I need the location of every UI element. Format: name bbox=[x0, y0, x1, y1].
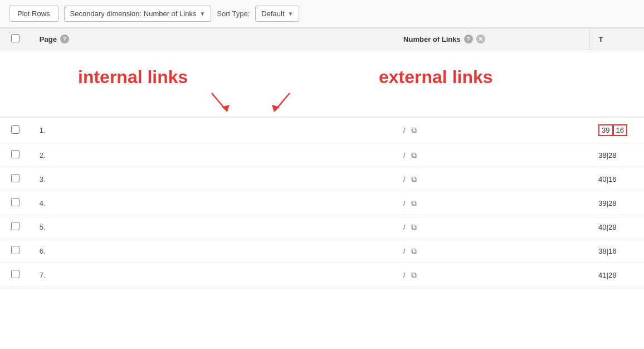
row-2-checkbox[interactable] bbox=[11, 150, 19, 158]
sort-type-value: Default bbox=[261, 9, 284, 18]
row-7-links-value: 41|28 bbox=[598, 271, 616, 279]
row-7-page: / ⧉ bbox=[394, 263, 589, 287]
row-checkbox-cell bbox=[0, 263, 31, 287]
header-page: Page ? bbox=[31, 28, 394, 50]
annotation-overlay: internal links external links bbox=[0, 50, 644, 117]
secondary-dimension-arrow: ▼ bbox=[199, 11, 205, 17]
sort-type-label: Sort Type: bbox=[217, 9, 250, 18]
row-6-links-value: 38|16 bbox=[598, 247, 616, 255]
page-help-icon[interactable]: ? bbox=[60, 35, 69, 43]
row-5-links-value: 40|28 bbox=[598, 223, 616, 231]
table-row: 6. / ⧉ 38|16 bbox=[0, 239, 644, 263]
row-3-num: 3. bbox=[31, 167, 394, 191]
row-5-links: 40|28 bbox=[589, 215, 644, 239]
select-all-checkbox[interactable] bbox=[11, 34, 19, 42]
row-1-checkbox[interactable] bbox=[11, 125, 19, 134]
row-5-page: / ⧉ bbox=[394, 215, 589, 239]
row-2-copy-icon[interactable]: ⧉ bbox=[411, 151, 417, 160]
row-7-page-link[interactable]: / bbox=[403, 271, 406, 279]
row-5-checkbox[interactable] bbox=[11, 222, 19, 230]
row-7-num: 7. bbox=[31, 263, 394, 287]
row-3-links-value: 40|16 bbox=[598, 175, 616, 183]
links-column-label: Number of Links bbox=[403, 35, 461, 43]
header-links: Number of Links ? ✕ bbox=[394, 28, 589, 50]
row-checkbox-cell bbox=[0, 118, 31, 143]
row-5-copy-icon[interactable]: ⧉ bbox=[411, 222, 417, 232]
row-2-num: 2. bbox=[31, 143, 394, 167]
links-close-icon[interactable]: ✕ bbox=[476, 35, 485, 43]
row-checkbox-cell bbox=[0, 191, 31, 215]
row-2-page-link[interactable]: / bbox=[403, 151, 406, 159]
arrow-internal-icon bbox=[206, 90, 240, 118]
row-1-page: / ⧉ bbox=[394, 118, 589, 143]
row-4-num: 4. bbox=[31, 191, 394, 215]
row-4-links-value: 39|28 bbox=[598, 199, 616, 207]
row-7-copy-icon[interactable]: ⧉ bbox=[411, 270, 417, 280]
row-3-page-link[interactable]: / bbox=[403, 175, 406, 183]
row-1-links: 3916 bbox=[589, 118, 644, 143]
annotation-internal-text: internal links bbox=[78, 67, 188, 88]
sort-type-arrow: ▼ bbox=[288, 11, 294, 17]
annotation-row: internal links external links bbox=[0, 50, 644, 118]
row-4-page: / ⧉ bbox=[394, 191, 589, 215]
plot-rows-button[interactable]: Plot Rows bbox=[9, 6, 58, 22]
row-1-num: 1. bbox=[31, 118, 394, 143]
annotation-external-text: external links bbox=[379, 67, 493, 88]
row-2-links-value: 38|28 bbox=[598, 151, 616, 159]
table-row: 2. / ⧉ 38|28 bbox=[0, 143, 644, 167]
row-checkbox-cell bbox=[0, 167, 31, 191]
row-4-copy-icon[interactable]: ⧉ bbox=[411, 198, 417, 208]
row-1-page-link[interactable]: / bbox=[403, 126, 406, 134]
row-checkbox-cell bbox=[0, 143, 31, 167]
secondary-dimension-dropdown[interactable]: Secondary dimension: Number of Links ▼ bbox=[64, 6, 212, 22]
row-6-num: 6. bbox=[31, 239, 394, 263]
row-6-page: / ⧉ bbox=[394, 239, 589, 263]
secondary-dimension-label: Secondary dimension: Number of Links bbox=[70, 9, 197, 18]
row-6-checkbox[interactable] bbox=[11, 246, 19, 254]
arrow-external-icon bbox=[262, 90, 295, 118]
row-1-copy-icon[interactable]: ⧉ bbox=[411, 125, 417, 135]
row-2-links: 38|28 bbox=[589, 143, 644, 167]
table-row: 3. / ⧉ 40|16 bbox=[0, 167, 644, 191]
row-5-num: 5. bbox=[31, 215, 394, 239]
links-help-icon[interactable]: ? bbox=[464, 35, 473, 43]
row-6-links: 38|16 bbox=[589, 239, 644, 263]
row-1-internal-links: 39 bbox=[598, 124, 613, 136]
row-1-external-links: 16 bbox=[613, 124, 627, 136]
page-column-label: Page bbox=[40, 35, 57, 43]
table-row: 5. / ⧉ 40|28 bbox=[0, 215, 644, 239]
row-7-links: 41|28 bbox=[589, 263, 644, 287]
row-3-copy-icon[interactable]: ⧉ bbox=[411, 174, 417, 184]
row-checkbox-cell bbox=[0, 215, 31, 239]
row-5-page-link[interactable]: / bbox=[403, 223, 406, 231]
row-3-page: / ⧉ bbox=[394, 167, 589, 191]
row-6-page-link[interactable]: / bbox=[403, 247, 406, 255]
row-3-checkbox[interactable] bbox=[11, 174, 19, 182]
table-row: 1. / ⧉ 3916 bbox=[0, 118, 644, 143]
row-4-page-link[interactable]: / bbox=[403, 199, 406, 207]
data-table: Page ? Number of Links ? ✕ T bbox=[0, 28, 644, 287]
row-3-links: 40|16 bbox=[589, 167, 644, 191]
header-checkbox-cell bbox=[0, 28, 31, 50]
t-column-label: T bbox=[599, 35, 603, 43]
row-checkbox-cell bbox=[0, 239, 31, 263]
row-4-checkbox[interactable] bbox=[11, 198, 19, 206]
header-t: T bbox=[589, 28, 644, 50]
row-6-copy-icon[interactable]: ⧉ bbox=[411, 246, 417, 256]
row-4-links: 39|28 bbox=[589, 191, 644, 215]
table-row: 7. / ⧉ 41|28 bbox=[0, 263, 644, 287]
row-7-checkbox[interactable] bbox=[11, 270, 19, 278]
row-2-page: / ⧉ bbox=[394, 143, 589, 167]
toolbar: Plot Rows Secondary dimension: Number of… bbox=[0, 0, 644, 28]
table-row: 4. / ⧉ 39|28 bbox=[0, 191, 644, 215]
sort-type-dropdown[interactable]: Default ▼ bbox=[255, 6, 299, 22]
